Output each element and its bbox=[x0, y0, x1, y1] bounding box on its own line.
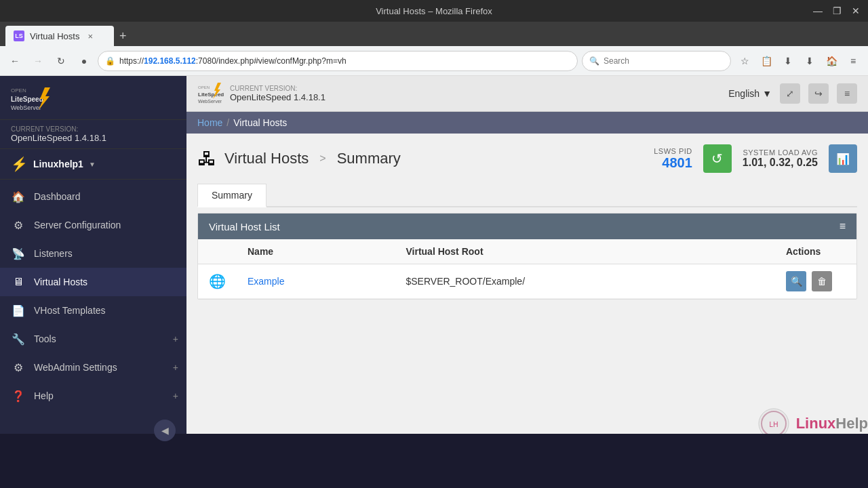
browser-toolbar: ☆ 📋 ⬇ ⬇ 🏠 ≡ bbox=[735, 52, 863, 70]
svg-text:LiteSpeed: LiteSpeed bbox=[198, 92, 224, 98]
header-version-label: CURRENT VERSION: bbox=[230, 85, 326, 92]
tools-icon: 🔧 bbox=[11, 331, 26, 346]
vhost-globe-icon: 🌐 bbox=[209, 274, 226, 289]
download-button[interactable]: ⬇ bbox=[800, 52, 819, 70]
sidebar-item-label: VHost Templates bbox=[34, 305, 106, 316]
hamburger-menu-button[interactable]: ≡ bbox=[837, 83, 857, 104]
listeners-icon: 📡 bbox=[11, 246, 26, 261]
language-arrow-icon: ▼ bbox=[762, 88, 772, 99]
main-content: OPEN LiteSpeed WebServer CURRENT VERSION… bbox=[186, 76, 868, 434]
svg-text:WebServer: WebServer bbox=[198, 99, 222, 104]
user-dropdown-icon: ▼ bbox=[89, 161, 96, 168]
logout-button[interactable]: ↪ bbox=[808, 83, 829, 104]
user-section[interactable]: ⚡ Linuxhelp1 ▼ bbox=[0, 149, 186, 180]
tab-summary-label: Summary bbox=[212, 190, 252, 201]
view-icon: 🔍 bbox=[791, 276, 802, 287]
chart-icon: 📊 bbox=[836, 152, 850, 165]
version-area: CURRENT VERSION: OpenLiteSpeed 1.4.18.1 bbox=[0, 120, 186, 149]
search-bar[interactable]: 🔍 bbox=[582, 51, 731, 71]
server-config-icon: ⚙ bbox=[11, 218, 26, 232]
active-tab[interactable]: LS Virtual Hosts × bbox=[5, 26, 114, 46]
footer-brand-text: LinuxHelp bbox=[796, 415, 868, 432]
app-container: OPEN LiteSpeed WebServer CURRENT VERSION… bbox=[0, 76, 868, 434]
home-nav-button[interactable]: 🏠 bbox=[822, 52, 841, 70]
restore-button[interactable]: ❐ bbox=[830, 5, 844, 16]
sidebar-item-help[interactable]: ❓ Help + bbox=[0, 382, 186, 410]
refresh-button[interactable]: ↻ bbox=[52, 52, 71, 70]
url-bar[interactable]: 🔒 https://192.168.5.112:7080/index.php#v… bbox=[98, 51, 578, 71]
pocket-button[interactable]: ⬇ bbox=[778, 52, 797, 70]
row-icon-cell: 🌐 bbox=[198, 264, 237, 299]
navigation-bar: ← → ↻ ● 🔒 https://192.168.5.112:7080/ind… bbox=[0, 46, 868, 76]
svg-text:OPEN: OPEN bbox=[11, 87, 26, 94]
col-actions: Actions bbox=[775, 239, 856, 264]
menu-button[interactable]: ≡ bbox=[844, 52, 863, 70]
sidebar-item-vhost-templates[interactable]: 📄 VHost Templates bbox=[0, 296, 186, 325]
stats-area: LSWS PID 4801 ↺ SYSTEM LOAD AVG 1.01, 0.… bbox=[654, 144, 857, 173]
reading-list-button[interactable]: 📋 bbox=[757, 52, 776, 70]
help-expand-icon: + bbox=[173, 390, 178, 401]
sidebar-item-dashboard[interactable]: 🏠 Dashboard bbox=[0, 182, 186, 211]
sidebar-item-tools[interactable]: 🔧 Tools + bbox=[0, 325, 186, 353]
user-bolt-icon: ⚡ bbox=[11, 156, 28, 172]
logo-area: OPEN LiteSpeed WebServer bbox=[0, 76, 186, 120]
breadcrumb-separator: / bbox=[226, 117, 229, 128]
title-bar: Virtual Hosts – Mozilla Firefox — ❐ ✕ bbox=[0, 0, 868, 22]
sidebar-item-webadmin-settings[interactable]: ⚙ WebAdmin Settings + bbox=[0, 353, 186, 382]
tabs-bar: Summary bbox=[197, 184, 857, 207]
vhost-templates-icon: 📄 bbox=[11, 303, 26, 318]
system-load-value: 1.01, 0.32, 0.25 bbox=[743, 157, 818, 169]
tab-bar: LS Virtual Hosts × + bbox=[0, 22, 868, 46]
minimize-button[interactable]: — bbox=[811, 5, 825, 16]
breadcrumb-home-link[interactable]: Home bbox=[197, 117, 222, 128]
url-display: https://192.168.5.112:7080/index.php#vie… bbox=[119, 56, 570, 66]
restart-icon: ↺ bbox=[711, 150, 723, 167]
close-button[interactable]: ✕ bbox=[849, 5, 863, 16]
fullscreen-icon: ⤢ bbox=[786, 88, 794, 99]
fullscreen-button[interactable]: ⤢ bbox=[780, 83, 800, 104]
new-tab-button[interactable]: + bbox=[119, 29, 127, 46]
language-selector[interactable]: English ▼ bbox=[728, 88, 772, 99]
tab-summary[interactable]: Summary bbox=[197, 184, 267, 207]
footer-logo: LH LinuxHelp bbox=[757, 407, 868, 434]
sidebar-item-server-configuration[interactable]: ⚙ Server Configuration bbox=[0, 211, 186, 239]
col-name: Name bbox=[237, 239, 395, 264]
chart-button[interactable]: 📊 bbox=[829, 144, 857, 173]
sidebar-item-virtual-hosts[interactable]: 🖥 Virtual Hosts bbox=[0, 268, 186, 296]
help-icon: ❓ bbox=[11, 388, 26, 403]
col-icon bbox=[198, 239, 237, 264]
webadmin-expand-icon: + bbox=[173, 362, 178, 373]
vhost-name-link[interactable]: Example bbox=[248, 276, 284, 287]
system-load-stat: SYSTEM LOAD AVG 1.01, 0.32, 0.25 bbox=[743, 148, 818, 169]
back-button[interactable]: ← bbox=[5, 52, 24, 70]
sidebar-item-label: WebAdmin Settings bbox=[34, 362, 117, 373]
page-title-icon: 🖧 bbox=[197, 148, 216, 170]
search-input[interactable] bbox=[604, 56, 712, 66]
sidebar-item-label: Help bbox=[34, 390, 54, 401]
bookmark-button[interactable]: ☆ bbox=[735, 52, 754, 70]
header-left: OPEN LiteSpeed WebServer CURRENT VERSION… bbox=[197, 81, 326, 106]
sidebar-item-label: Virtual Hosts bbox=[34, 277, 87, 287]
svg-text:OPEN: OPEN bbox=[198, 85, 210, 89]
vhost-delete-button[interactable]: 🗑 bbox=[812, 271, 832, 291]
lsws-pid-label: LSWS PID bbox=[654, 147, 692, 155]
sidebar-item-listeners[interactable]: 📡 Listeners bbox=[0, 239, 186, 268]
tab-close-button[interactable]: × bbox=[87, 31, 93, 41]
delete-icon: 🗑 bbox=[817, 276, 827, 287]
version-label: CURRENT VERSION: bbox=[11, 125, 176, 133]
sidebar-collapse-button[interactable]: ◀ bbox=[154, 420, 176, 441]
dashboard-icon: 🏠 bbox=[11, 189, 26, 204]
table-header-title: Virtual Host List bbox=[209, 221, 280, 232]
vhost-view-button[interactable]: 🔍 bbox=[786, 271, 806, 291]
home-button[interactable]: ● bbox=[75, 52, 94, 70]
app-logo: OPEN LiteSpeed WebServer bbox=[197, 81, 224, 106]
lsws-pid-value: 4801 bbox=[654, 155, 692, 171]
header-version-info: CURRENT VERSION: OpenLiteSpeed 1.4.18.1 bbox=[230, 85, 326, 102]
virtual-host-list-table: Virtual Host List ≡ Name Virtual Host Ro… bbox=[197, 213, 857, 300]
browser-window: Virtual Hosts – Mozilla Firefox — ❐ ✕ LS… bbox=[0, 0, 868, 488]
logout-icon: ↪ bbox=[814, 88, 823, 99]
lsws-pid-stat: LSWS PID 4801 bbox=[654, 147, 692, 171]
svg-text:LH: LH bbox=[769, 421, 778, 428]
forward-button[interactable]: → bbox=[28, 52, 47, 70]
restart-button[interactable]: ↺ bbox=[703, 144, 732, 173]
